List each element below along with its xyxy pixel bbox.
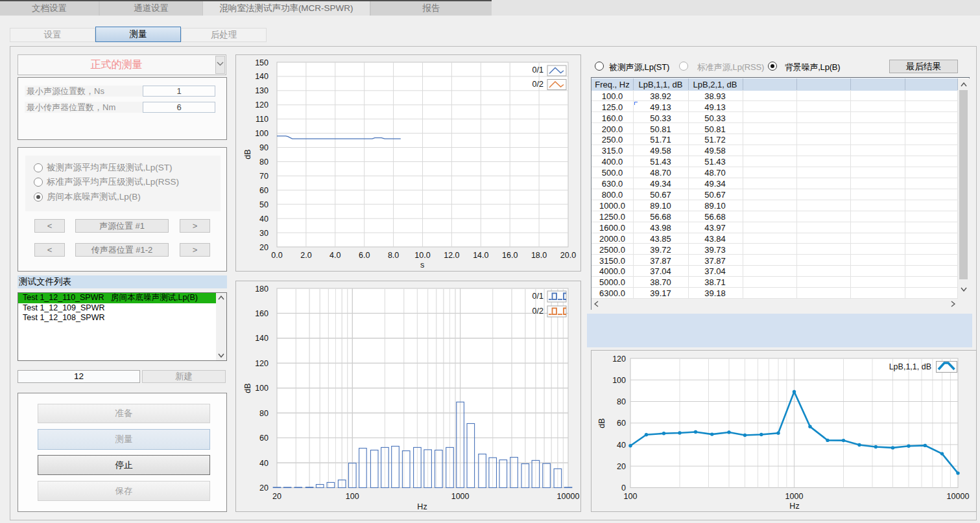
svg-text:8.0: 8.0 bbox=[388, 251, 399, 260]
svg-text:100: 100 bbox=[612, 376, 626, 385]
svg-text:1000: 1000 bbox=[451, 492, 470, 501]
svg-text:0/2: 0/2 bbox=[532, 80, 544, 89]
svg-text:dB: dB bbox=[243, 149, 252, 159]
svg-text:100: 100 bbox=[346, 492, 359, 501]
svg-text:18.0: 18.0 bbox=[531, 251, 547, 260]
svg-text:60: 60 bbox=[259, 434, 269, 443]
svg-text:14.0: 14.0 bbox=[473, 251, 488, 260]
svg-text:140: 140 bbox=[255, 72, 269, 81]
svg-text:40: 40 bbox=[617, 441, 626, 450]
svg-text:20: 20 bbox=[272, 492, 281, 501]
svg-text:10000: 10000 bbox=[557, 492, 580, 501]
svg-text:10.0: 10.0 bbox=[414, 251, 430, 260]
svg-text:4.0: 4.0 bbox=[329, 251, 341, 260]
svg-text:30: 30 bbox=[259, 229, 269, 238]
svg-text:140: 140 bbox=[255, 334, 269, 343]
svg-text:0/1: 0/1 bbox=[532, 65, 544, 75]
svg-text:20: 20 bbox=[617, 462, 626, 471]
svg-text:6.0: 6.0 bbox=[359, 251, 370, 260]
svg-text:2.0: 2.0 bbox=[300, 251, 311, 260]
svg-text:10000: 10000 bbox=[947, 492, 970, 501]
svg-text:100: 100 bbox=[255, 129, 269, 138]
svg-text:180: 180 bbox=[255, 285, 269, 294]
svg-text:60: 60 bbox=[259, 186, 269, 195]
svg-text:20: 20 bbox=[259, 243, 269, 252]
svg-text:120: 120 bbox=[612, 354, 626, 364]
svg-text:60: 60 bbox=[617, 419, 626, 428]
svg-text:16.0: 16.0 bbox=[502, 251, 518, 260]
svg-text:110: 110 bbox=[256, 115, 269, 124]
svg-text:40: 40 bbox=[259, 459, 269, 468]
svg-text:Hz: Hz bbox=[789, 502, 799, 511]
svg-text:80: 80 bbox=[259, 157, 269, 167]
svg-text:12.0: 12.0 bbox=[444, 251, 459, 260]
svg-text:LpB,1,1, dB: LpB,1,1, dB bbox=[889, 362, 931, 371]
svg-text:100: 100 bbox=[255, 384, 269, 393]
svg-text:100: 100 bbox=[624, 492, 638, 501]
svg-text:s: s bbox=[420, 261, 424, 270]
svg-text:90: 90 bbox=[259, 143, 269, 152]
svg-text:0/2: 0/2 bbox=[532, 307, 544, 316]
svg-text:0/1: 0/1 bbox=[532, 292, 544, 301]
svg-text:160: 160 bbox=[255, 309, 269, 318]
svg-text:20: 20 bbox=[259, 483, 269, 493]
svg-text:dB: dB bbox=[597, 418, 606, 428]
svg-text:130: 130 bbox=[255, 86, 269, 95]
svg-text:120: 120 bbox=[255, 100, 269, 110]
svg-text:40: 40 bbox=[259, 215, 269, 224]
svg-text:1000: 1000 bbox=[785, 492, 804, 501]
svg-text:120: 120 bbox=[255, 359, 269, 368]
svg-text:50: 50 bbox=[259, 200, 269, 209]
svg-text:Hz: Hz bbox=[417, 502, 427, 511]
svg-text:80: 80 bbox=[617, 397, 626, 406]
svg-text:150: 150 bbox=[255, 58, 269, 67]
svg-text:70: 70 bbox=[259, 172, 269, 181]
svg-text:0.0: 0.0 bbox=[271, 251, 282, 260]
svg-text:80: 80 bbox=[259, 409, 269, 418]
svg-text:20.0: 20.0 bbox=[560, 251, 576, 260]
svg-text:dB: dB bbox=[243, 383, 252, 393]
